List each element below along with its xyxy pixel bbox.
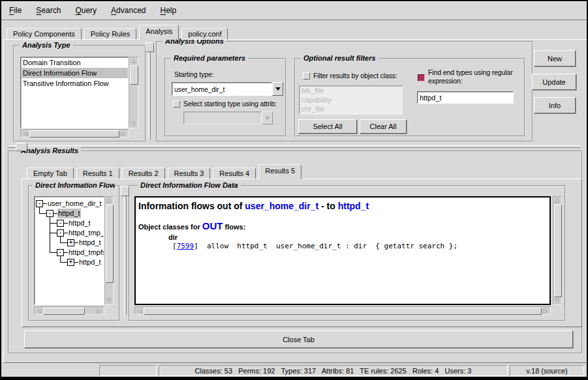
menu-help[interactable]: Help bbox=[160, 6, 176, 15]
scroll-right-icon[interactable]: ▷ bbox=[96, 308, 102, 314]
results-sash[interactable] bbox=[8, 145, 580, 148]
close-tab-label: Close Tab bbox=[283, 336, 315, 343]
analysis-type-hscrollbar[interactable]: ◁ ▷ bbox=[20, 129, 129, 138]
required-parameters-frame: Required parameters Starting type: user_… bbox=[164, 58, 286, 137]
flow-tree[interactable]: -user_home_dir_t-httpd_t-httpd_t-httpd_t… bbox=[34, 196, 104, 305]
list-item[interactable]: Transitive Information Flow bbox=[21, 78, 128, 89]
tree-connector bbox=[60, 262, 67, 263]
list-item: chr_file bbox=[300, 104, 402, 113]
menu-query[interactable]: Query bbox=[75, 6, 97, 15]
optional-filters-frame: Optional result filters Filter results b… bbox=[294, 58, 525, 137]
regex-checkbox[interactable] bbox=[418, 74, 425, 81]
tab-policy-conf[interactable]: policy.conf bbox=[181, 28, 228, 40]
flow-data-title: Direct Information Flow Data bbox=[138, 181, 241, 189]
tree-node-label[interactable]: httpd_t bbox=[78, 257, 102, 267]
menu-search[interactable]: Search bbox=[36, 6, 61, 15]
update-button[interactable]: Update bbox=[532, 74, 576, 90]
select-all-button[interactable]: Select All bbox=[298, 119, 357, 134]
tree-collapse-icon[interactable]: - bbox=[57, 220, 64, 227]
tree-collapse-icon[interactable]: - bbox=[57, 229, 64, 237]
attrib-checkbox[interactable] bbox=[173, 100, 180, 108]
scroll-right-icon[interactable]: ▷ bbox=[120, 131, 127, 137]
regex-checkbox-label: Find end types using regular expression: bbox=[428, 68, 516, 85]
results-tab-bar: Empty TabResults 1Results 2Results 3Resu… bbox=[27, 164, 304, 179]
starting-type-label: Starting type: bbox=[174, 70, 213, 78]
results-tab-results-5[interactable]: Results 5 bbox=[258, 164, 302, 179]
scroll-right-icon[interactable]: ▷ bbox=[542, 308, 549, 314]
tree-node-label[interactable]: httpd_t bbox=[57, 209, 81, 218]
rule-text: allow httpd_t user_home_dir_t : dir { ge… bbox=[198, 242, 457, 250]
list-item[interactable]: Domain Transition bbox=[21, 57, 128, 68]
data-hscrollbar[interactable]: ◁ ▷ bbox=[134, 306, 551, 315]
scroll-up-icon[interactable]: △ bbox=[105, 197, 113, 203]
results-tab-results-2[interactable]: Results 2 bbox=[122, 168, 165, 179]
required-parameters-title: Required parameters bbox=[171, 54, 248, 62]
flow-data-frame: Direct Information Flow Data Information… bbox=[129, 185, 566, 321]
pane-sash[interactable] bbox=[148, 42, 151, 139]
regex-input[interactable]: httpd_t bbox=[417, 91, 514, 104]
tree-node-label[interactable]: httpd_t bbox=[78, 238, 102, 248]
flow-direction: OUT bbox=[202, 220, 223, 231]
filter-by-class-label: Filter results by object class: bbox=[313, 72, 397, 80]
tree-expand-icon[interactable]: + bbox=[67, 259, 74, 266]
close-tab-button[interactable]: Close Tab bbox=[24, 330, 573, 348]
analysis-type-frame: Analysis Type Domain TransitionDirect In… bbox=[13, 45, 146, 142]
data-vscrollbar[interactable]: △ ▽ bbox=[553, 196, 562, 305]
results-sash-grip[interactable] bbox=[16, 143, 27, 151]
new-button[interactable]: New bbox=[534, 50, 576, 66]
tree-collapse-icon[interactable]: - bbox=[46, 210, 54, 217]
tree-node-label[interactable]: user_home_dir_t bbox=[47, 199, 102, 209]
rule-bracket: ] bbox=[194, 242, 198, 250]
combobox-dropdown-button[interactable] bbox=[272, 82, 283, 96]
tree-collapse-icon[interactable]: - bbox=[57, 249, 64, 256]
scrollbar-thumb[interactable] bbox=[106, 205, 114, 283]
status-box-empty bbox=[99, 365, 157, 376]
rule-id-link[interactable]: 7599 bbox=[177, 242, 194, 250]
tree-connector bbox=[50, 233, 57, 233]
tab-analysis[interactable]: Analysis bbox=[139, 25, 179, 40]
scrollbar-thumb[interactable] bbox=[29, 130, 119, 138]
tree-node-label[interactable]: httpd_t bbox=[68, 218, 91, 228]
scroll-left-icon[interactable]: ◁ bbox=[22, 131, 29, 137]
scroll-up-icon[interactable]: △ bbox=[129, 58, 138, 64]
classes-prefix: Object classes for bbox=[138, 223, 202, 231]
starting-type-value[interactable]: user_home_dir_t bbox=[172, 82, 272, 96]
info-button[interactable]: Info bbox=[534, 97, 576, 113]
menu-file[interactable]: File bbox=[9, 6, 22, 15]
analysis-type-listbox[interactable]: Domain TransitionDirect Information Flow… bbox=[20, 57, 129, 128]
results-tab-results-1[interactable]: Results 1 bbox=[76, 168, 119, 179]
list-item[interactable]: Direct Information Flow bbox=[21, 68, 128, 78]
scroll-left-icon[interactable]: ◁ bbox=[36, 308, 42, 314]
filter-by-class-checkbox[interactable] bbox=[303, 72, 310, 80]
tree-expand-icon[interactable]: + bbox=[67, 239, 74, 246]
scroll-up-icon[interactable]: △ bbox=[553, 197, 561, 203]
pane-sash-grip[interactable] bbox=[146, 42, 154, 52]
analysis-type-vscrollbar[interactable]: △ ▽ bbox=[129, 57, 138, 128]
scroll-down-icon[interactable]: ▽ bbox=[105, 298, 113, 304]
scrollbar-thumb[interactable] bbox=[554, 205, 562, 297]
tree-collapse-icon[interactable]: - bbox=[36, 200, 43, 207]
clear-all-button[interactable]: Clear All bbox=[360, 119, 407, 134]
results-tab-results-4[interactable]: Results 4 bbox=[213, 168, 256, 179]
scroll-left-icon[interactable]: ◁ bbox=[136, 308, 143, 314]
results-tab-results-3[interactable]: Results 3 bbox=[168, 168, 211, 179]
results-tab-empty-tab[interactable]: Empty Tab bbox=[27, 168, 74, 179]
scrollbar-thumb[interactable] bbox=[43, 308, 85, 315]
scrollbar-thumb[interactable] bbox=[144, 308, 542, 315]
scroll-down-icon[interactable]: ▽ bbox=[553, 298, 561, 304]
tree-connector bbox=[39, 213, 46, 214]
scrollbar-thumb[interactable] bbox=[130, 65, 138, 85]
flow-data-textarea[interactable]: Information flows out of user_home_dir_t… bbox=[134, 196, 551, 305]
tree-data-sash[interactable] bbox=[124, 186, 127, 315]
tree-vscrollbar[interactable]: △ ▽ bbox=[104, 196, 114, 305]
scroll-down-icon[interactable]: ▽ bbox=[129, 121, 138, 127]
starting-type-combobox[interactable]: user_home_dir_t bbox=[172, 82, 283, 96]
list-item: capability bbox=[300, 95, 402, 104]
tree-hscrollbar[interactable]: ◁ ▷ bbox=[34, 306, 104, 315]
tree-node-label[interactable]: httpd_tmp_t bbox=[68, 228, 104, 238]
tab-policy-components[interactable]: Policy Components bbox=[7, 28, 82, 40]
tab-policy-rules[interactable]: Policy Rules bbox=[84, 28, 137, 40]
tree-data-sash-grip[interactable] bbox=[121, 186, 129, 196]
menu-advanced[interactable]: Advanced bbox=[111, 6, 146, 15]
tree-node-label[interactable]: httpd_tmpfs_t bbox=[68, 248, 104, 257]
